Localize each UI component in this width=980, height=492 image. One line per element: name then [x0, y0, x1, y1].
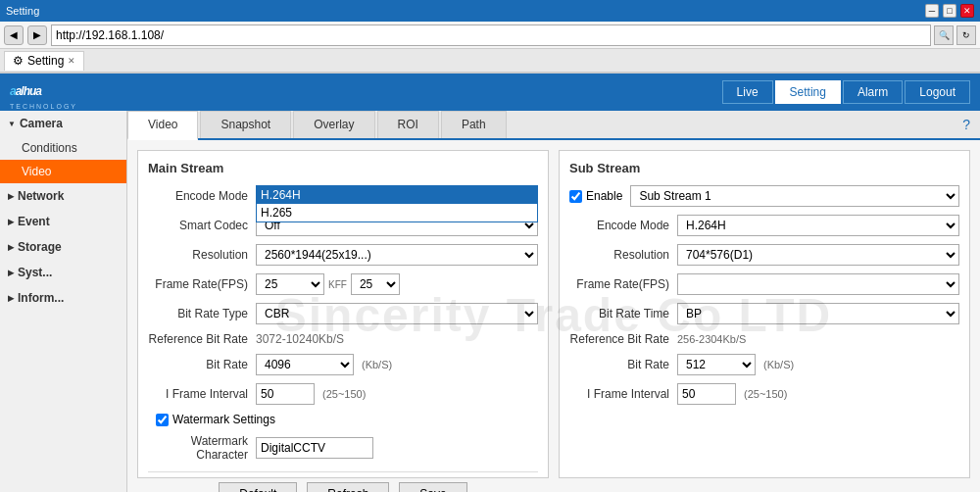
- iframe-interval-label: I Frame Interval: [148, 387, 256, 401]
- sidebar-item-storage[interactable]: ▶ Storage: [0, 234, 126, 260]
- watermark-char-control: [256, 437, 538, 459]
- iframe-interval-row: I Frame Interval (25~150): [148, 383, 538, 405]
- stream-select[interactable]: Sub Stream 1: [630, 185, 959, 207]
- nav-live[interactable]: Live: [722, 80, 773, 104]
- collapse-icon5: ▶: [8, 294, 14, 303]
- sidebar-item-conditions[interactable]: Conditions: [0, 136, 126, 160]
- tab-video[interactable]: Video: [127, 111, 198, 140]
- help-icon[interactable]: ?: [953, 111, 980, 138]
- address-input[interactable]: [51, 25, 931, 46]
- refresh-button[interactable]: ↻: [956, 25, 976, 45]
- tab-close-button[interactable]: ✕: [68, 56, 75, 66]
- tab-roi[interactable]: ROI: [377, 111, 439, 138]
- kff-select[interactable]: 25: [351, 273, 400, 295]
- watermark-char-input[interactable]: [256, 437, 373, 459]
- smart-codec-label: Smart Codec: [148, 219, 256, 232]
- sidebar-item-information[interactable]: ▶ Inform...: [0, 285, 126, 311]
- sub-bit-rate-unit: (Kb/S): [763, 359, 794, 370]
- enable-row: Enable Sub Stream 1: [569, 185, 959, 207]
- enable-checkbox[interactable]: [569, 190, 582, 203]
- save-button[interactable]: Save: [399, 482, 466, 492]
- minimize-button[interactable]: ─: [925, 4, 939, 18]
- sub-bit-rate-row: Bit Rate 512 (Kb/S): [569, 354, 959, 375]
- sub-iframe-interval-row: I Frame Interval (25~150): [569, 383, 959, 405]
- back-button[interactable]: ◀: [4, 25, 24, 45]
- sidebar-item-video[interactable]: Video: [0, 160, 126, 183]
- nav-alarm[interactable]: Alarm: [843, 80, 903, 104]
- sub-resolution-row: Resolution 704*576(D1): [569, 244, 959, 266]
- address-bar: 🔍 ↻: [51, 25, 976, 46]
- sub-resolution-label: Resolution: [569, 248, 677, 262]
- resolution-row: Resolution 2560*1944(25x19...): [148, 244, 538, 266]
- tab-snapshot[interactable]: Snapshot: [200, 111, 291, 138]
- enable-label: Enable: [586, 189, 622, 203]
- bit-rate-type-label: Bit Rate Type: [148, 307, 256, 320]
- sub-frame-rate-select[interactable]: [677, 273, 959, 295]
- sub-encode-mode-control: H.264H: [677, 215, 959, 236]
- frame-rate-row: Frame Rate(FPS) 25 KFF 25: [148, 273, 538, 295]
- watermark-char-label: Watermark Character: [148, 434, 256, 462]
- sub-frame-rate-control: [677, 273, 959, 295]
- sidebar-item-camera[interactable]: ▼ Camera: [0, 111, 126, 136]
- watermark-settings-row: Watermark Settings: [156, 413, 538, 426]
- refresh-button[interactable]: Refresh: [307, 482, 389, 492]
- sidebar: ▼ Camera Conditions Video ▶ Network ▶ Ev…: [0, 111, 127, 492]
- sub-frame-rate-label: Frame Rate(FPS): [569, 277, 677, 291]
- bit-rate-type-select[interactable]: CBR VBR: [256, 303, 538, 324]
- iframe-interval-control: (25~150): [256, 383, 538, 405]
- maximize-button[interactable]: □: [943, 4, 956, 18]
- bit-rate-select[interactable]: 4096: [256, 354, 354, 375]
- resolution-select[interactable]: 2560*1944(25x19...): [256, 244, 538, 266]
- sub-bit-rate-type-control: BP: [677, 303, 959, 324]
- browser-tab[interactable]: ⚙ Setting ✕: [4, 51, 84, 71]
- search-icon[interactable]: 🔍: [934, 25, 954, 45]
- encode-option-h265-item[interactable]: H.265: [257, 204, 537, 221]
- header-nav: Live Setting Alarm Logout: [722, 80, 970, 104]
- encode-mode-control: H.264H H.265 H.264H H.265: [256, 185, 538, 207]
- nav-logout[interactable]: Logout: [905, 80, 970, 104]
- bit-rate-unit: (Kb/S): [362, 359, 392, 370]
- sidebar-item-system[interactable]: ▶ Syst...: [0, 260, 126, 285]
- tabs-bar: Video Snapshot Overlay ROI Path ?: [127, 111, 980, 140]
- sub-iframe-interval-input[interactable]: [677, 383, 736, 405]
- collapse-icon: ▶: [8, 192, 14, 201]
- sub-encode-mode-select[interactable]: H.264H: [677, 215, 959, 236]
- sub-encode-mode-label: Encode Mode: [569, 219, 677, 232]
- frame-rate-select[interactable]: 25: [256, 273, 324, 295]
- encode-mode-label: Encode Mode: [148, 189, 256, 203]
- app-header: aalhua TECHNOLOGY Live Setting Alarm Log…: [0, 74, 980, 111]
- sub-encode-mode-row: Encode Mode H.264H: [569, 215, 959, 236]
- sub-bit-rate-type-select[interactable]: BP: [677, 303, 959, 324]
- sub-bit-rate-select[interactable]: 512: [677, 354, 756, 375]
- tab-path[interactable]: Path: [441, 111, 507, 138]
- watermark-checkbox[interactable]: [156, 414, 169, 426]
- sub-iframe-interval-control: (25~150): [677, 383, 959, 405]
- close-button[interactable]: ✕: [960, 4, 974, 18]
- iframe-interval-input[interactable]: [256, 383, 315, 405]
- kff-label: KFF: [328, 279, 347, 290]
- tab-label: Setting: [27, 54, 64, 68]
- resolution-label: Resolution: [148, 248, 256, 262]
- encode-option-h264h-item[interactable]: H.264H: [257, 186, 537, 204]
- collapse-icon3: ▶: [8, 243, 14, 252]
- logo-sub: TECHNOLOGY: [10, 103, 77, 110]
- main-stream-title: Main Stream: [148, 161, 538, 175]
- sidebar-item-network[interactable]: ▶ Network: [0, 183, 126, 209]
- bit-rate-type-row: Bit Rate Type CBR VBR: [148, 303, 538, 324]
- sub-bit-rate-label: Bit Rate: [569, 358, 677, 371]
- encode-dropdown-list: H.264H H.265: [256, 185, 538, 222]
- collapse-icon4: ▶: [8, 269, 14, 277]
- sub-resolution-select[interactable]: 704*576(D1): [677, 244, 959, 266]
- ref-bit-rate-value: 3072-10240Kb/S: [256, 332, 538, 346]
- forward-button[interactable]: ▶: [27, 25, 47, 45]
- sidebar-item-event[interactable]: ▶ Event: [0, 209, 126, 234]
- sub-bit-rate-type-label: Bit Rate Time: [569, 307, 677, 320]
- sub-stream-title: Sub Stream: [569, 161, 959, 175]
- main-stream-panel: Main Stream Encode Mode H.264H H.265 H.2…: [137, 150, 549, 478]
- nav-setting[interactable]: Setting: [775, 80, 841, 104]
- sub-bit-rate-control: 512 (Kb/S): [677, 354, 959, 375]
- sub-ref-bit-rate-label: Reference Bit Rate: [569, 332, 677, 346]
- default-button[interactable]: Default: [219, 482, 297, 492]
- tab-overlay[interactable]: Overlay: [293, 111, 374, 138]
- logo: aalhua TECHNOLOGY: [10, 75, 77, 110]
